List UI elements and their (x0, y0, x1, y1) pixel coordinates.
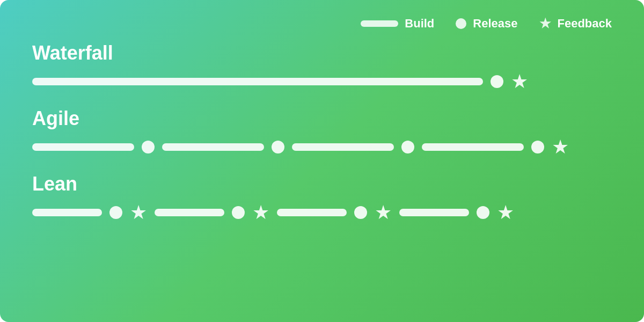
agile-row: ★ (32, 137, 612, 157)
lean-build-bar-2 (155, 209, 224, 216)
lean-build-bar-3 (277, 209, 347, 216)
agile-release-dot-1 (142, 141, 155, 153)
agile-build-bar-3 (292, 143, 394, 151)
legend-release-dot (456, 18, 466, 29)
legend-feedback-label: Feedback (558, 17, 612, 31)
agile-release-dot-3 (401, 141, 414, 153)
lean-feedback-star-2: ★ (252, 203, 269, 222)
lean-release-dot-2 (232, 206, 245, 219)
agile-release-dot-2 (272, 141, 284, 153)
lean-row: ★ ★ ★ ★ (32, 203, 612, 222)
lean-feedback-star-3: ★ (375, 203, 392, 222)
lean-release-dot-1 (109, 206, 122, 219)
lean-section: Lean ★ ★ ★ ★ (32, 173, 612, 233)
agile-build-bar-1 (32, 143, 134, 151)
agile-feedback-star: ★ (552, 137, 569, 157)
legend-feedback: ★ Feedback (539, 16, 612, 31)
lean-release-dot-4 (477, 206, 489, 219)
lean-build-bar-1 (32, 209, 102, 216)
agile-section: Agile ★ (32, 107, 612, 167)
legend: Build Release ★ Feedback (32, 16, 612, 31)
legend-build-bar (361, 20, 398, 27)
legend-release: Release (456, 17, 517, 31)
waterfall-release-dot (491, 75, 503, 88)
legend-release-label: Release (473, 17, 517, 31)
agile-title: Agile (32, 107, 612, 130)
waterfall-title: Waterfall (32, 42, 612, 64)
waterfall-row: ★ (32, 72, 612, 91)
agile-release-dot-4 (531, 141, 544, 153)
lean-feedback-star-1: ★ (130, 203, 147, 222)
lean-title: Lean (32, 173, 612, 195)
lean-release-dot-3 (354, 206, 367, 219)
waterfall-build-bar (32, 78, 483, 85)
waterfall-feedback-star: ★ (511, 72, 528, 91)
legend-build-label: Build (405, 17, 434, 31)
lean-feedback-star-4: ★ (497, 203, 514, 222)
legend-feedback-star: ★ (539, 16, 551, 31)
legend-build: Build (361, 17, 434, 31)
agile-build-bar-4 (422, 143, 524, 151)
lean-build-bar-4 (399, 209, 469, 216)
waterfall-section: Waterfall ★ (32, 42, 612, 102)
main-container: Build Release ★ Feedback Waterfall ★ Agi… (0, 0, 644, 322)
agile-build-bar-2 (162, 143, 264, 151)
